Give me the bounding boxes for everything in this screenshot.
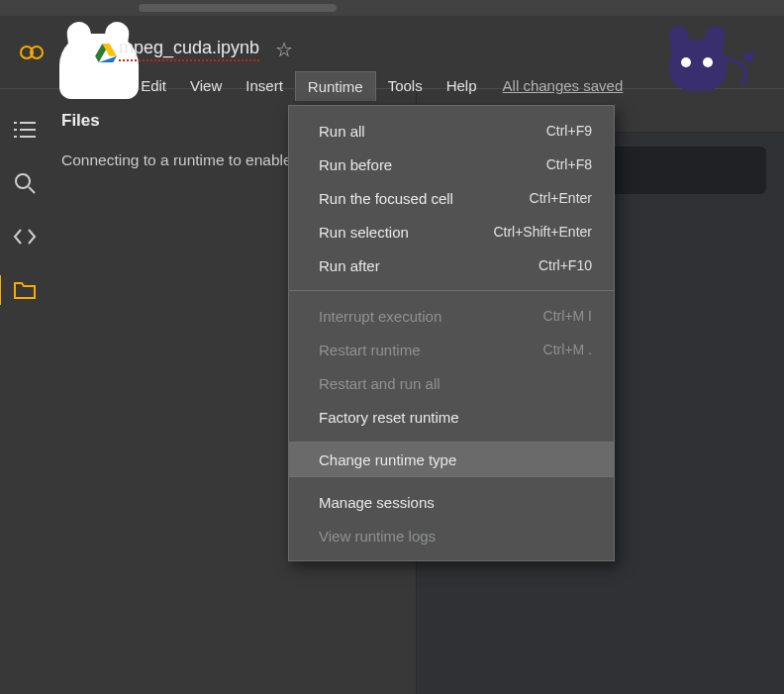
menuitem-change-runtime-type[interactable]: Change runtime type <box>289 443 614 476</box>
title-wrap: mpeg_cuda.ipynb ☆ <box>119 38 293 61</box>
runtime-dropdown: Run all Ctrl+F9 Run before Ctrl+F8 Run t… <box>288 105 615 561</box>
menuitem-label: Change runtime type <box>319 451 456 468</box>
save-status[interactable]: All changes saved <box>503 71 624 101</box>
svg-point-9 <box>16 174 30 188</box>
menuitem-run-all[interactable]: Run all Ctrl+F9 <box>289 114 614 148</box>
menuitem-shortcut: Ctrl+F10 <box>539 257 592 273</box>
menuitem-label: Manage sessions <box>319 494 435 511</box>
left-iconbar <box>0 89 49 694</box>
menuitem-shortcut: Ctrl+M I <box>543 308 592 324</box>
mascot-purple-overlay <box>659 30 748 99</box>
menuitem-label: Run all <box>319 123 365 140</box>
menuitem-label: Run after <box>319 257 380 274</box>
search-icon[interactable] <box>12 170 38 196</box>
menuitem-run-selection[interactable]: Run selection Ctrl+Shift+Enter <box>289 215 614 248</box>
drive-icon[interactable] <box>95 44 117 63</box>
menuitem-shortcut: Ctrl+F8 <box>546 156 592 172</box>
menuitem-view-runtime-logs: View runtime logs <box>289 519 614 552</box>
menubar: File Edit View Insert Runtime Tools Help… <box>81 71 623 101</box>
menuitem-label: Run selection <box>319 224 409 241</box>
browser-chrome-stub <box>0 0 784 16</box>
menuitem-restart: Restart runtime Ctrl+M . <box>289 333 614 366</box>
menuitem-label: Restart runtime <box>319 342 421 358</box>
colab-app: mpeg_cuda.ipynb ☆ File Edit View Insert … <box>0 16 784 694</box>
menuitem-label: Run before <box>319 156 392 173</box>
menuitem-label: Run the focused cell <box>319 190 453 207</box>
menuitem-label: View runtime logs <box>319 528 436 545</box>
document-title[interactable]: mpeg_cuda.ipynb <box>119 38 259 61</box>
star-icon[interactable]: ☆ <box>275 38 293 61</box>
menuitem-manage-sessions[interactable]: Manage sessions <box>289 485 614 519</box>
menuitem-run-after[interactable]: Run after Ctrl+F10 <box>289 248 614 282</box>
menuitem-label: Restart and run all <box>319 375 441 392</box>
menuitem-shortcut: Ctrl+Shift+Enter <box>493 224 592 240</box>
menu-tools[interactable]: Tools <box>376 71 435 101</box>
menu-runtime[interactable]: Runtime <box>295 71 376 101</box>
menuitem-shortcut: Ctrl+M . <box>543 342 592 357</box>
menuitem-label: Factory reset runtime <box>319 409 459 426</box>
header: mpeg_cuda.ipynb ☆ File Edit View Insert … <box>0 16 784 89</box>
toc-icon[interactable] <box>12 117 38 143</box>
menuitem-factory-reset[interactable]: Factory reset runtime <box>289 400 614 434</box>
menu-help[interactable]: Help <box>435 71 489 101</box>
svg-line-10 <box>29 187 35 193</box>
menu-insert[interactable]: Insert <box>234 71 295 101</box>
menuitem-interrupt: Interrupt execution Ctrl+M I <box>289 299 614 333</box>
menuitem-shortcut: Ctrl+F9 <box>546 123 592 139</box>
menuitem-run-before[interactable]: Run before Ctrl+F8 <box>289 148 614 181</box>
menuitem-label: Interrupt execution <box>319 308 441 325</box>
menuitem-shortcut: Ctrl+Enter <box>530 190 592 206</box>
menuitem-run-focused[interactable]: Run the focused cell Ctrl+Enter <box>289 181 614 215</box>
files-icon[interactable] <box>12 277 38 303</box>
snippets-icon[interactable] <box>12 224 38 249</box>
colab-logo[interactable] <box>14 42 49 63</box>
menuitem-restart-run-all: Restart and run all <box>289 366 614 400</box>
menu-view[interactable]: View <box>178 71 234 101</box>
